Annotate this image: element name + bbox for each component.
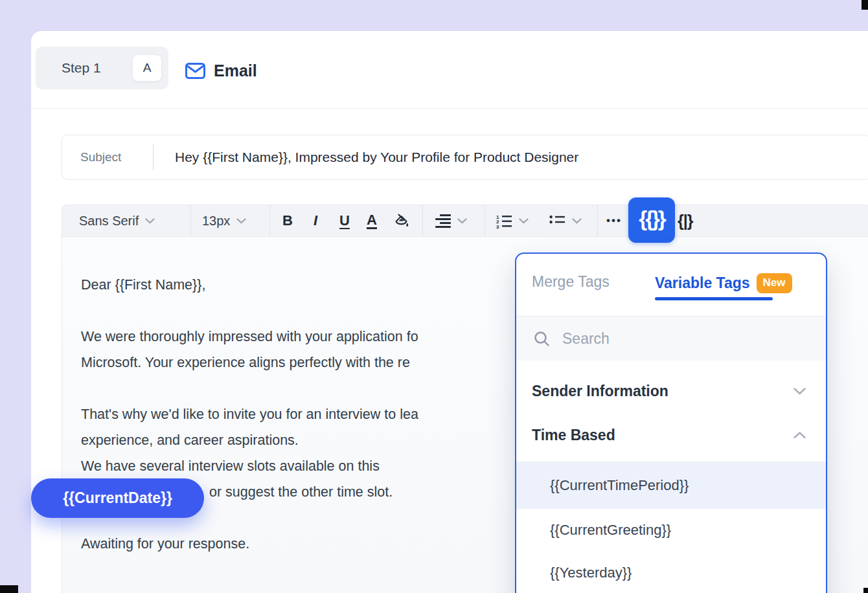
subject-input[interactable]: Hey {{First Name}}, Impressed by Your Pr…: [175, 150, 578, 165]
tab-variable-tags[interactable]: Variable Tags New: [655, 273, 792, 293]
header-divider: [31, 108, 868, 109]
variant-a-badge[interactable]: A: [132, 54, 162, 82]
font-family-select[interactable]: Sans Serif: [79, 205, 155, 237]
toolbar-separator: [269, 205, 270, 237]
chevron-up-icon: [793, 431, 806, 440]
current-date-tag-pill[interactable]: {{CurrentDate}}: [31, 478, 204, 518]
italic-button[interactable]: I: [314, 205, 317, 237]
chevron-down-icon: [236, 218, 246, 224]
underline-icon: U: [339, 212, 350, 229]
more-options-button[interactable]: •••: [606, 205, 622, 237]
section-label: Time Based: [532, 427, 615, 444]
bold-icon: B: [282, 212, 293, 229]
merge-tags-button[interactable]: {{}}: [628, 197, 675, 243]
toolbar-separator: [422, 205, 423, 237]
align-right-icon: [435, 214, 451, 228]
fill-color-button[interactable]: [393, 205, 410, 237]
ordered-list-icon: 1 2 3: [496, 214, 512, 229]
screen-artifact: [0, 585, 18, 593]
subject-separator: [153, 144, 154, 170]
tag-item-current-greeting[interactable]: {{CurrentGreeting}}: [516, 509, 826, 552]
current-date-tag-label: {{CurrentDate}}: [63, 489, 172, 507]
toolbar-separator: [485, 205, 485, 237]
subject-label: Subject: [80, 150, 153, 164]
chevron-down-icon: [457, 218, 467, 224]
text-color-icon: A: [367, 213, 377, 229]
section-sender-information[interactable]: Sender Information: [516, 370, 826, 412]
tags-dropdown-panel: Merge Tags Variable Tags New Sender Info…: [515, 252, 827, 593]
tag-item-current-time-period[interactable]: {{CurrentTimePeriod}}: [516, 462, 826, 509]
chevron-down-icon: [519, 218, 529, 224]
toolbar-separator: [597, 205, 598, 237]
inline-tag-button[interactable]: {|}: [678, 205, 692, 237]
svg-text:3: 3: [496, 223, 499, 229]
toolbar-separator: [190, 205, 191, 237]
channel-header: Email: [185, 58, 257, 83]
active-tab-underline: [655, 297, 773, 300]
tab-merge-tags[interactable]: Merge Tags: [532, 273, 610, 291]
section-label: Sender Information: [532, 383, 668, 400]
chevron-down-icon: [572, 218, 582, 224]
screen-artifact: [863, 588, 868, 593]
font-size-value: 13px: [202, 214, 230, 229]
chevron-down-icon: [793, 387, 806, 396]
bullet-list-button[interactable]: [549, 205, 582, 237]
ordered-list-button[interactable]: 1 2 3: [496, 205, 529, 237]
bullet-list-icon: [549, 214, 565, 227]
subject-row: Subject Hey {{First Name}}, Impressed by…: [62, 135, 868, 180]
chevron-down-icon: [145, 218, 155, 224]
search-icon: [533, 330, 551, 348]
align-button[interactable]: [435, 205, 467, 237]
curly-braces-icon: {{}}: [639, 207, 664, 234]
tab-variable-tags-label: Variable Tags: [655, 274, 750, 292]
step-label: Step 1: [62, 60, 101, 76]
paint-bucket-icon: [393, 212, 410, 230]
font-family-value: Sans Serif: [79, 214, 139, 229]
cursor-braces-icon: {|}: [678, 212, 692, 230]
tag-item-yesterday[interactable]: {{Yesterday}}: [516, 552, 826, 593]
underline-button[interactable]: U: [339, 205, 350, 237]
step-tab[interactable]: Step 1 A: [36, 47, 168, 89]
new-badge: New: [757, 273, 792, 293]
italic-icon: I: [314, 212, 317, 229]
text-color-button[interactable]: A: [367, 205, 377, 237]
channel-label: Email: [214, 62, 257, 80]
font-size-select[interactable]: 13px: [202, 205, 246, 237]
more-icon: •••: [606, 214, 622, 227]
email-icon: [185, 63, 205, 79]
search-bar: [516, 317, 826, 361]
search-input[interactable]: [562, 330, 776, 348]
screen-artifact: [862, 0, 868, 10]
bold-button[interactable]: B: [282, 205, 293, 237]
section-time-based[interactable]: Time Based: [516, 414, 826, 456]
